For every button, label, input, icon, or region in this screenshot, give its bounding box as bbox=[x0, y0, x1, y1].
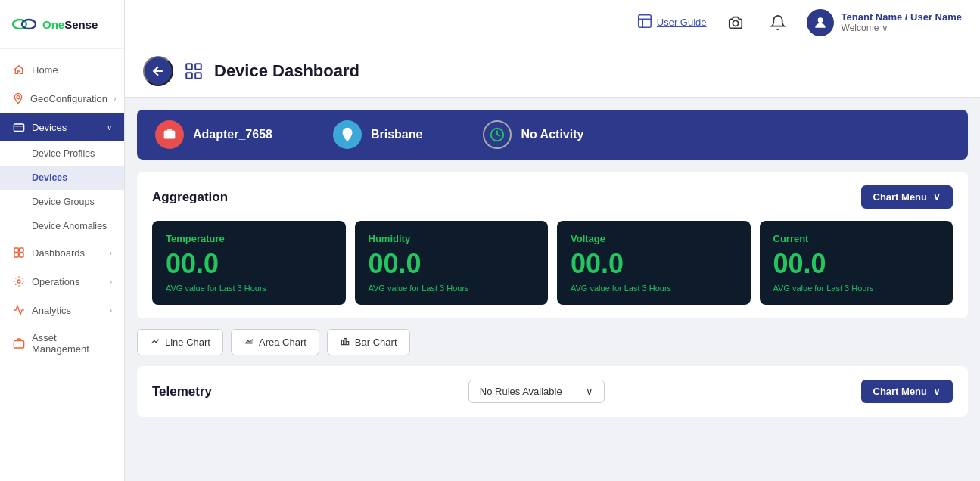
page-content: Device Dashboard Adapter_7658 Brisbane bbox=[125, 45, 980, 481]
metrics-row: Temperature 00.0 AVG value for Last 3 Ho… bbox=[152, 221, 953, 305]
svg-rect-8 bbox=[20, 253, 23, 257]
welcome-chevron-icon: ∨ bbox=[882, 23, 888, 33]
svg-rect-10 bbox=[14, 341, 23, 348]
svg-rect-23 bbox=[347, 342, 348, 345]
page-title: Device Dashboard bbox=[214, 61, 359, 81]
line-chart-icon bbox=[150, 336, 160, 349]
sidebar-item-analytics[interactable]: Analytics › bbox=[0, 296, 124, 324]
svg-rect-3 bbox=[14, 124, 23, 131]
telemetry-header: Telemetry No Rules Available ∨ Chart Men… bbox=[152, 380, 953, 403]
sidebar-navigation: Home GeoConfiguration › Devices ∨ Device… bbox=[0, 49, 124, 481]
user-info: Tenant Name / User Name Welcome ∨ bbox=[842, 11, 962, 33]
user-name: Tenant Name / User Name bbox=[842, 11, 962, 23]
svg-rect-11 bbox=[639, 15, 652, 28]
area-chart-icon bbox=[244, 336, 254, 349]
telemetry-chart-menu-label: Chart Menu bbox=[873, 386, 928, 397]
logo-label: OneSense bbox=[42, 18, 98, 31]
svg-point-1 bbox=[22, 20, 36, 29]
camera-icon-btn[interactable] bbox=[722, 9, 749, 36]
aggregation-chart-menu-label: Chart Menu bbox=[873, 191, 928, 203]
analytics-icon bbox=[12, 303, 26, 317]
svg-rect-18 bbox=[164, 131, 176, 139]
activity-status: No Activity bbox=[521, 128, 583, 141]
line-chart-button[interactable]: Line Chart bbox=[137, 329, 223, 355]
current-value: 00.0 bbox=[773, 250, 940, 278]
metric-humidity: Humidity 00.0 AVG value for Last 3 Hours bbox=[355, 221, 549, 305]
aggregation-chart-menu-button[interactable]: Chart Menu ∨ bbox=[861, 185, 954, 209]
telemetry-chart-menu-button[interactable]: Chart Menu ∨ bbox=[861, 380, 954, 403]
location-name: Brisbane bbox=[371, 128, 422, 141]
adapter-icon bbox=[155, 120, 184, 149]
location-icon bbox=[333, 120, 362, 149]
current-sub: AVG value for Last 3 Hours bbox=[773, 284, 940, 293]
sidebar-item-device-profiles-label: Device Profiles bbox=[32, 148, 95, 159]
top-header: User Guide Tenant Name / User Name Welco… bbox=[125, 0, 980, 45]
telemetry-rules-select: No Rules Available ∨ bbox=[224, 380, 848, 403]
sidebar-item-operations[interactable]: Operations › bbox=[0, 267, 124, 296]
dashboards-chevron-icon: › bbox=[110, 249, 112, 257]
telemetry-chart-menu-chevron-icon: ∨ bbox=[933, 386, 941, 397]
telemetry-section: Telemetry No Rules Available ∨ Chart Men… bbox=[137, 366, 968, 417]
sidebar-item-device-anomalies[interactable]: Device Anomalies bbox=[0, 214, 124, 238]
operations-chevron-icon: › bbox=[110, 278, 112, 286]
user-menu[interactable]: Tenant Name / User Name Welcome ∨ bbox=[807, 9, 962, 36]
avatar bbox=[807, 9, 834, 36]
sidebar-item-devices[interactable]: Devices ∨ bbox=[0, 113, 124, 141]
humidity-label: Humidity bbox=[369, 233, 535, 244]
sidebar-item-device-groups-label: Device Groups bbox=[32, 197, 95, 207]
svg-rect-5 bbox=[14, 248, 18, 252]
metric-temperature: Temperature 00.0 AVG value for Last 3 Ho… bbox=[152, 221, 346, 305]
main-content: User Guide Tenant Name / User Name Welco… bbox=[125, 0, 980, 481]
sidebar-item-asset-management-label: Asset Management bbox=[32, 332, 112, 355]
sidebar-item-asset-management[interactable]: Asset Management bbox=[0, 324, 124, 362]
sidebar-item-device-profiles[interactable]: Device Profiles bbox=[0, 141, 124, 166]
sidebar-item-operations-label: Operations bbox=[32, 276, 104, 287]
aggregation-chart-menu-chevron-icon: ∨ bbox=[933, 191, 941, 203]
bar-chart-button[interactable]: Bar Chart bbox=[327, 329, 410, 355]
home-icon bbox=[12, 63, 26, 76]
dashboard-icon bbox=[184, 61, 204, 81]
device-bar: Adapter_7658 Brisbane No Activity bbox=[137, 110, 968, 160]
svg-rect-17 bbox=[195, 73, 201, 79]
back-button[interactable] bbox=[143, 56, 173, 86]
sidebar-item-home-label: Home bbox=[32, 64, 112, 76]
temperature-sub: AVG value for Last 3 Hours bbox=[166, 284, 332, 293]
telemetry-title: Telemetry bbox=[152, 384, 212, 399]
device-bar-location: Brisbane bbox=[333, 120, 422, 149]
aggregation-title: Aggregation bbox=[152, 190, 228, 205]
logo-icon bbox=[12, 12, 36, 36]
temperature-value: 00.0 bbox=[166, 250, 332, 278]
humidity-sub: AVG value for Last 3 Hours bbox=[369, 284, 535, 293]
sidebar-item-home[interactable]: Home bbox=[0, 55, 124, 84]
voltage-value: 00.0 bbox=[571, 250, 737, 278]
geo-icon bbox=[12, 92, 24, 105]
notification-icon-btn[interactable] bbox=[764, 9, 792, 36]
analytics-chevron-icon: › bbox=[110, 306, 112, 315]
aggregation-section: Aggregation Chart Menu ∨ Temperature 00.… bbox=[137, 172, 968, 318]
user-guide-label: User Guide bbox=[657, 17, 707, 28]
voltage-sub: AVG value for Last 3 Hours bbox=[571, 284, 737, 293]
sidebar-item-devices-sub[interactable]: Devices bbox=[0, 166, 124, 190]
aggregation-header: Aggregation Chart Menu ∨ bbox=[152, 185, 953, 209]
metric-current: Current 00.0 AVG value for Last 3 Hours bbox=[760, 221, 954, 305]
rules-dropdown[interactable]: No Rules Available ∨ bbox=[468, 380, 605, 403]
metric-voltage: Voltage 00.0 AVG value for Last 3 Hours bbox=[557, 221, 751, 305]
svg-rect-6 bbox=[20, 248, 23, 252]
sidebar-item-analytics-label: Analytics bbox=[32, 305, 104, 316]
sidebar-item-devices-sub-label: Devices bbox=[32, 172, 67, 183]
sidebar-item-dashboards[interactable]: Dashboards › bbox=[0, 238, 124, 267]
bar-chart-icon bbox=[340, 336, 350, 349]
svg-point-2 bbox=[17, 96, 20, 99]
area-chart-button[interactable]: Area Chart bbox=[231, 329, 319, 355]
sidebar-item-dashboards-label: Dashboards bbox=[32, 247, 104, 259]
sidebar: OneSense Home GeoConfiguration › Devices… bbox=[0, 0, 125, 481]
rules-dropdown-chevron-icon: ∨ bbox=[586, 386, 593, 397]
operations-icon bbox=[12, 275, 26, 288]
sidebar-item-geoconfiguration[interactable]: GeoConfiguration › bbox=[0, 84, 124, 113]
device-bar-adapter: Adapter_7658 bbox=[155, 120, 272, 149]
svg-rect-7 bbox=[14, 253, 18, 257]
user-guide-link[interactable]: User Guide bbox=[636, 13, 707, 32]
svg-rect-21 bbox=[341, 340, 343, 345]
sidebar-item-device-groups[interactable]: Device Groups bbox=[0, 190, 124, 214]
chevron-right-icon: › bbox=[114, 95, 116, 103]
